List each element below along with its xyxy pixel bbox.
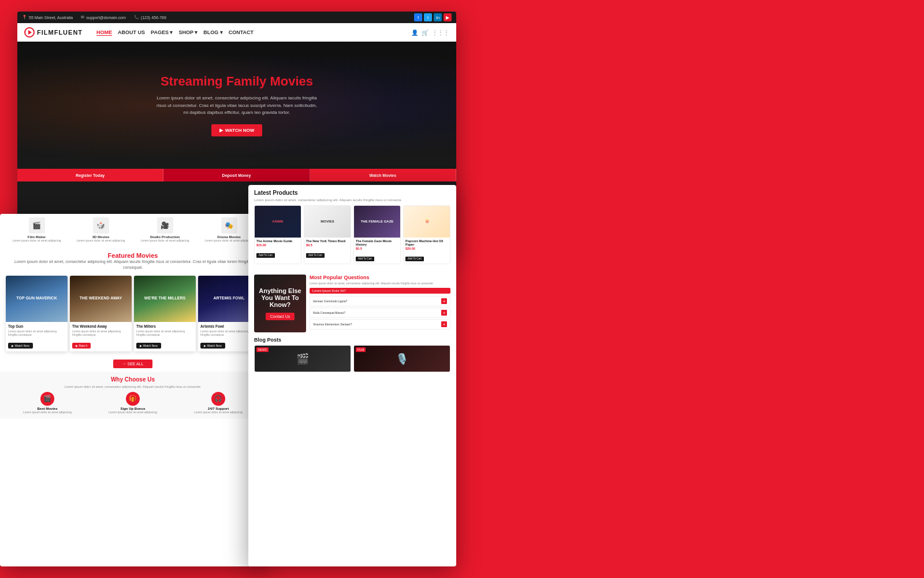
- movie-card-weekend: THE WEEKEND AWAY The Weekend Away Lorem …: [70, 276, 132, 351]
- blog-tag-1: NEWS: [256, 347, 269, 352]
- artemis-watch-btn[interactable]: ▶ Watch Now: [200, 343, 225, 349]
- featured-movies-screenshot: 🎬 Film Maker Lorem ipsum dolor sit amet …: [0, 214, 266, 566]
- why-signup-bonus: 🎁 Sign Up Bonus Lorem ipsum dolor sit am…: [91, 392, 174, 414]
- topgun-watch-btn[interactable]: ▶ Watch Now: [8, 343, 33, 349]
- nyt-product-img: MOVIES: [304, 206, 351, 238]
- faq-content: Most Popular Questions Lorem ipsum dolor…: [310, 275, 450, 332]
- faq-item-2: Nulla Consequat Massa? +: [310, 307, 450, 318]
- service-icons-row: 🎬 Film Maker Lorem ipsum dolor sit amet …: [0, 214, 266, 246]
- weekend-watch-btn[interactable]: ▶ Rate It: [72, 343, 91, 349]
- faq-item-1: Aenean Commodo Ligula? +: [310, 296, 450, 306]
- nav-blog: BLOG ▾: [203, 29, 223, 36]
- hero-section: Streaming Family Movies Lorem ipsum dolo…: [17, 42, 456, 169]
- nav-home: HOME: [96, 29, 112, 36]
- studio-icon: 🎥: [157, 217, 173, 234]
- add-to-cart-gaze[interactable]: Add To Cart: [356, 257, 374, 261]
- why-support: 🎧 24/7 Support Lorem ipsum dolor sit ame…: [177, 392, 260, 414]
- nav-about: ABOUT US: [118, 29, 145, 36]
- hero-description: Lorem ipsum dolor sit amet, consectetur …: [156, 95, 318, 117]
- featured-title: Featured Movies: [8, 252, 258, 259]
- service-3d-movies: 🎲 3D Movies Lorem ipsum dolor sit amet a…: [70, 217, 132, 243]
- user-icon: 👤: [411, 29, 418, 36]
- address-info: 📍 55 Main Street, Australia: [22, 15, 73, 20]
- blog-title: Blog Posts: [254, 337, 450, 343]
- products-grid: ANIME The Anime Movie Guide $15.00 Add T…: [254, 205, 450, 264]
- why-best-movies: 🎬 Best Movies Lorem ipsum dolor sit amet…: [6, 392, 89, 414]
- facebook-icon: f: [414, 13, 422, 21]
- blog-card-1: NEWS 🎬: [254, 345, 351, 372]
- product-popcorn: 🍿 Popcorn Machine Hot Oil Paper $29.00 A…: [403, 205, 450, 264]
- add-to-cart-anime[interactable]: Add To Cart: [256, 253, 275, 258]
- product-anime: ANIME The Anime Movie Guide $15.00 Add T…: [254, 205, 301, 264]
- add-to-cart-nyt[interactable]: Add To Cart: [306, 253, 325, 258]
- weekend-poster: THE WEEKEND AWAY: [70, 276, 132, 322]
- support-247-icon: 🎧: [211, 392, 225, 406]
- products-faq-screenshot: Latest Products Lorem ipsum dolor sit am…: [248, 185, 456, 566]
- tab-watch: Watch Movies: [310, 169, 456, 181]
- latest-products-section: Latest Products Lorem ipsum dolor sit am…: [248, 185, 456, 272]
- see-all-btn[interactable]: → SEE ALL: [113, 360, 153, 368]
- featured-movies-header: Featured Movies Lorem ipsum dolor sit am…: [0, 246, 266, 273]
- faq-section: Anything Else You Want To Know? Contact …: [248, 272, 456, 335]
- latest-products-title: Latest Products: [254, 190, 450, 196]
- faq-featured-item: Lorem Ipsum Dolor Sit?: [310, 288, 450, 294]
- site-logo-small: FILMFLUENT: [24, 27, 83, 38]
- tab-deposit: Deposit Money: [163, 169, 310, 181]
- faq-item-3: Vivamus Elementum Semper? +: [310, 319, 450, 329]
- blog-img-2: FILM 🎙️: [354, 346, 450, 372]
- section-tabs: Register Today Deposit Money Watch Movie…: [17, 169, 456, 181]
- grid-icon: ⋮⋮⋮: [432, 29, 449, 36]
- faq-expand-3[interactable]: +: [441, 321, 447, 327]
- linkedin-icon: in: [434, 13, 442, 21]
- social-icons-group: f t in ▶: [414, 13, 452, 21]
- blog-section: Blog Posts NEWS 🎬 FILM 🎙️: [248, 335, 456, 375]
- faq-image: Anything Else You Want To Know? Contact …: [254, 275, 306, 332]
- weekend-info: The Weekend Away Lorem ipsum dolor sit a…: [70, 322, 132, 351]
- drama-icon: 🎭: [221, 217, 237, 234]
- popcorn-product-img: 🍿: [404, 206, 450, 238]
- movie-card-millers: WE'RE THE MILLERS The Millers Lorem ipsu…: [134, 276, 196, 351]
- nav-contact: CONTACT: [229, 29, 254, 36]
- faq-expand-2[interactable]: +: [441, 310, 447, 316]
- gaze-product-img: THE FEMALE GAZE: [354, 206, 400, 238]
- anime-product-img: ANIME: [255, 206, 301, 238]
- blog-tag-2: FILM: [356, 347, 366, 352]
- 3d-movies-icon: 🎲: [93, 217, 109, 234]
- movies-grid: TOP GUN MAVERICK Top Gun Lorem ipsum dol…: [0, 273, 266, 354]
- tab-register: Register Today: [17, 169, 163, 181]
- blog-grid: NEWS 🎬 FILM 🎙️: [254, 345, 450, 372]
- film-maker-icon: 🎬: [29, 217, 45, 234]
- topgun-info: Top Gun Lorem ipsum dolor sit amet adipi…: [6, 322, 68, 351]
- signup-icon: 🎁: [126, 392, 140, 406]
- topgun-poster: TOP GUN MAVERICK: [6, 276, 68, 322]
- millers-info: The Millers Lorem ipsum dolor sit amet a…: [134, 322, 196, 351]
- blog-img-1: NEWS 🎬: [255, 346, 351, 372]
- faq-expand-1[interactable]: +: [441, 298, 447, 304]
- blog-card-2: FILM 🎙️: [353, 345, 450, 372]
- nav-actions: 👤 🛒 ⋮⋮⋮: [411, 29, 449, 36]
- hero-title: Streaming Family Movies: [156, 74, 318, 89]
- watch-now-button[interactable]: ▶ WATCH NOW: [211, 124, 263, 136]
- phone-info: 📞 (123) 456-789: [134, 15, 166, 20]
- twitter-icon: t: [424, 13, 432, 21]
- why-title: Why Choose Us: [6, 376, 260, 383]
- nav-shop: SHOP ▾: [178, 29, 198, 36]
- product-gaze: THE FEMALE GAZE The Female Gaze Movie Hi…: [353, 205, 401, 264]
- site-top-bar: 📍 55 Main Street, Australia ✉ support@do…: [17, 12, 456, 23]
- millers-poster: WE'RE THE MILLERS: [134, 276, 196, 322]
- site-nav-links: HOME ABOUT US PAGES ▾ SHOP ▾ BLOG ▾ CONT…: [96, 29, 254, 36]
- site-nav-bar: FILMFLUENT HOME ABOUT US PAGES ▾ SHOP ▾ …: [17, 23, 456, 42]
- faq-title: Most Popular Questions: [310, 275, 450, 280]
- add-to-cart-popcorn[interactable]: Add To Cart: [405, 257, 424, 261]
- best-movies-icon: 🎬: [40, 392, 54, 406]
- why-choose-section: Why Choose Us Lorem ipsum dolor sit amet…: [0, 372, 266, 419]
- see-all-wrap: → SEE ALL: [0, 354, 266, 372]
- hero-content: Streaming Family Movies Lorem ipsum dolo…: [156, 74, 318, 136]
- youtube-icon: ▶: [444, 13, 452, 21]
- nav-pages: PAGES ▾: [151, 29, 173, 36]
- cart-icon: 🛒: [422, 29, 429, 36]
- site-play-small: [24, 27, 35, 38]
- why-items-grid: 🎬 Best Movies Lorem ipsum dolor sit amet…: [6, 392, 260, 414]
- service-film-maker: 🎬 Film Maker Lorem ipsum dolor sit amet …: [6, 217, 68, 243]
- millers-watch-btn[interactable]: ▶ Watch Now: [136, 343, 161, 349]
